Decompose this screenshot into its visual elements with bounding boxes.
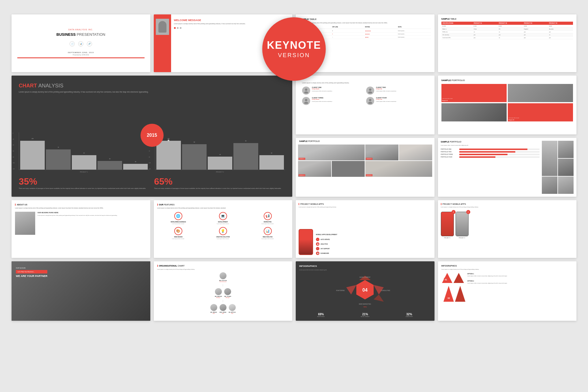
slide-chart-analysis: CHART ANALYSIS Lorem Ipsum is simply dum… <box>12 76 292 197</box>
slide8-photo-3 <box>399 145 432 160</box>
bar-right-5: 50 <box>259 155 284 170</box>
bar-label-left-4: 30 <box>109 158 110 160</box>
svg-point-0 <box>305 89 307 91</box>
slide6-info-2: CLIENT TWO Group Info Lorem ipsum dolor … <box>376 87 396 92</box>
slide4-cell-p2-4: yes <box>498 33 523 36</box>
slide11-feature-1-name: WORLDWIDE BUSINESS <box>157 221 200 223</box>
slide9-item-2-label: PORTFOLIO TWO <box>441 151 458 153</box>
slide4-cell-p1-3: no <box>473 31 498 33</box>
slide9-photo-5 <box>558 177 574 194</box>
slide-sample-portfolio-top: SAMPLE PORTFOLIO Project #1 Lorem ipsum … <box>438 76 577 134</box>
slide4-cell-spec2: Made in <box>441 28 473 31</box>
slide11-feature-4-name: WEB DESIGN <box>157 236 200 238</box>
slide15-mgr1-avatar <box>215 288 222 295</box>
slide5-bars-right: 120 100 80 60 40 20 0 100 88 <box>155 132 285 170</box>
slide11-feature-2-desc: Lorem ipsum dolor sit amet. <box>202 223 244 225</box>
slide11-feature-2-icon: 💻 <box>219 212 227 220</box>
slide5-proj1-label: PROJECT 1 <box>19 171 149 173</box>
slide9-item-4-bar-fill <box>459 156 495 158</box>
slide3-intro: Lorem ipsum is simply dummy text of the … <box>299 22 431 24</box>
slide4-table-row: Intl. warranty yes yes yes no <box>441 33 573 36</box>
slide4-cell-p1-5: yes <box>473 36 498 39</box>
slide12-content: MOBILE APPS DEVELOPMENT ↻ AUTO UPDATE 📈 … <box>299 210 432 255</box>
slide16-infog-center: 04 DEVELOPMENT CONSULTING MONITORING WEB… <box>299 273 431 310</box>
slide3-row1-offline: ● <box>332 30 365 32</box>
bar-right-2: 88 <box>182 144 207 170</box>
slide9-item-3-bar-bg <box>459 154 540 155</box>
slide15-staff1-pos: Staff <box>210 313 217 314</box>
slide9-item-3-label: PORTFOLIO THREE <box>441 154 458 155</box>
slide8-photo-6 <box>365 161 432 177</box>
slide4-cell-p1-1: $ 100 <box>473 25 498 28</box>
svg-point-5 <box>304 102 308 104</box>
slide6-role-3: Group Name <box>312 99 332 100</box>
slide15-title-bold: ORGANISATIONAL <box>159 265 177 267</box>
svg-point-4 <box>305 99 307 101</box>
slide15-line-v1 <box>223 284 223 286</box>
slide12-phone-1-overlay <box>299 239 312 254</box>
slide6-avatar-2 <box>366 87 374 95</box>
slide11-feature-3-desc: Lorem ipsum dolor sit amet. <box>246 223 289 225</box>
slide6-avatar-3 <box>302 97 310 105</box>
slide8-header: SAMPLE PORTFOLIO <box>296 138 435 143</box>
slide11-feature-1: 🌐 WORLDWIDE BUSINESS Lorem ipsum dolor s… <box>157 212 200 225</box>
slide17-option-1-desc: Lorem ipsum dolor sit amet consectetur a… <box>467 275 573 277</box>
slide7-project-2-desc: Lorem ipsum dolor sit amet <box>509 117 519 119</box>
slide4-cell-p2-2: EU <box>498 28 523 31</box>
slide6-text-1: Lorem ipsum dolor sit amet consectetur. <box>312 90 332 92</box>
slide15-org-chart: MR. POLITON Chief Executive MR. WAPION M… <box>157 272 289 314</box>
slide6-client-grid: CLIENT ONE Group Name Lorem ipsum dolor … <box>302 87 428 105</box>
slide9-item-4-bar-bg <box>459 156 540 158</box>
slide16-infog-svg: 04 DEVELOPMENT CONSULTING MONITORING WEB… <box>336 274 394 309</box>
slide16-tri-left <box>346 285 356 295</box>
slide9-photo-4 <box>542 177 557 194</box>
slide12-feat-1-dot: ↻ <box>316 238 319 241</box>
slide6-client-1: CLIENT ONE Group Name Lorem ipsum dolor … <box>302 87 364 95</box>
slide8-label-design4: DESIGN 4 <box>299 174 305 176</box>
slide10-title-text: ABOUT US <box>17 204 27 206</box>
slide1-icon-3: 🔗 <box>87 41 92 46</box>
slide11-feature-4-icon: 🎨 <box>174 227 182 235</box>
slide8-label-design2: DESIGN 2 <box>366 158 372 160</box>
slide8-label-design5: DESIGN 5 <box>366 174 372 176</box>
bar-left-2: 70 <box>46 149 70 170</box>
slide6-client-2: CLIENT TWO Group Info Lorem ipsum dolor … <box>366 87 428 95</box>
slide4-table-row: Cash back 20% yes no yes yes <box>441 36 573 39</box>
slide-portfolio-mosaic: SAMPLE PORTFOLIO DESIGN 1 DESIGN 2 DESIG… <box>296 138 435 197</box>
slide14-slogan-tag: Let's Help Your Business... <box>16 270 47 273</box>
slide11-feature-5-desc: Lorem ipsum dolor sit amet. <box>202 238 244 240</box>
slide13-proj-2-label: PROJECT 2 <box>456 237 469 239</box>
slide4-cell-p3-2: England <box>523 28 548 31</box>
slide10-title: ABOUT US <box>15 204 147 206</box>
slide12-feat-4-dot: 📊 <box>316 252 319 255</box>
slide11-feature-2: 💻 DEVELOPMENT Lorem ipsum dolor sit amet… <box>202 212 244 225</box>
slide8-title-bold: SAMPLE <box>299 140 308 142</box>
slide4-title-bold: SAMPLE <box>441 18 450 20</box>
slide5-title-light: ANALYSIS <box>38 83 63 89</box>
slide16-stat-2: 21% DEVELOPMENT <box>361 313 369 317</box>
slide11-feat-text: Lorem ipsum is simply dummy text of the … <box>157 207 289 209</box>
bar-dot-right-1 <box>168 140 169 141</box>
slide12-feat-4: 📊 DASHBOARD <box>316 252 337 255</box>
slide4-cell-p3-1: $ 300 <box>523 25 548 28</box>
slide1-icons-row: 📄 📊 🔗 <box>70 41 92 46</box>
bar-right-4: 92 <box>233 143 258 170</box>
slide14-our-slogan: OUR SLOGAN <box>16 267 47 269</box>
slide11-feature-3: 📢 MARKETING Lorem ipsum dolor sit amet. <box>246 212 289 225</box>
slide9-item-1: PORTFOLIO ONE <box>441 149 540 150</box>
slide2-dot-2 <box>177 27 179 29</box>
bar-left-5: 20 <box>123 164 148 170</box>
slide9-desc: Lorem ipsum dolor sit amet consectetur a… <box>441 145 540 146</box>
slide7-portfolio-grid: Project #1 Lorem ipsum dolor sit amet Pr… <box>441 84 573 121</box>
slide11-feature-3-icon: 📢 <box>264 212 272 220</box>
svg-point-2 <box>369 89 371 91</box>
keynote-badge: KEYNOTE VERSION <box>262 17 326 81</box>
slide9-photo-2 <box>558 141 574 158</box>
slide-our-slogan: OUR SLOGAN Let's Help Your Business... W… <box>12 261 150 321</box>
slide12-feat-1-label: AUTO UPDATE <box>321 239 330 240</box>
slide11-feature-5-name: CREATIVE SOLUTION <box>202 236 244 238</box>
slide11-title-bold: OUR <box>159 204 164 206</box>
slide9-item-2-bar-fill <box>459 151 516 153</box>
slide11-feature-5: 💡 CREATIVE SOLUTION Lorem ipsum dolor si… <box>202 227 244 240</box>
slide1-logo: DATA ANALYSIS INC. <box>68 29 93 31</box>
